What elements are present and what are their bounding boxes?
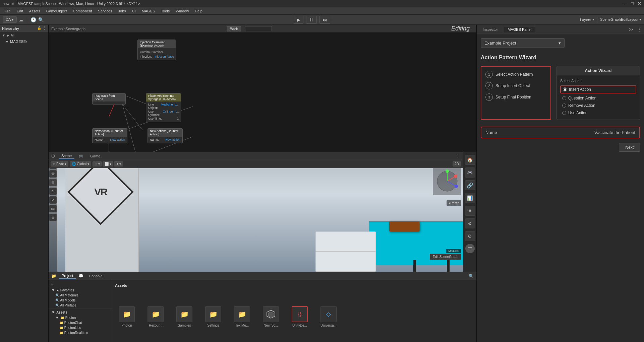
inspector-more-icon[interactable]: ⋮ [637, 27, 641, 32]
layers-label: Layers [580, 18, 591, 22]
scene-graph-layout-label[interactable]: SceneGraphEditLayout ▾ [600, 17, 641, 22]
tool-transform-icon[interactable]: ⧈ [49, 214, 57, 221]
global-btn[interactable]: 🌐 Global ▾ [70, 161, 91, 166]
asset-universa[interactable]: ◇ Universa... [317, 306, 340, 339]
menu-tools[interactable]: Tools [159, 8, 173, 14]
vr-icon[interactable]: 🎮 [465, 167, 475, 178]
play-button[interactable]: ▶ [294, 16, 303, 24]
pivot-btn[interactable]: ⊕ Pivot ▾ [51, 161, 68, 166]
hierarchy-more-icon[interactable]: ⋮ [43, 26, 46, 30]
menu-component[interactable]: Component [70, 8, 95, 14]
project-dropdown[interactable]: Example Project ▾ [481, 38, 565, 48]
menu-file[interactable]: File [2, 8, 13, 14]
tree-photon-libs[interactable]: 📁 PhotonLibs [49, 325, 112, 330]
maximize-btn[interactable]: □ [631, 1, 634, 6]
search-input[interactable] [245, 26, 272, 31]
step-button[interactable]: ⏭ [319, 16, 330, 24]
asset-photon[interactable]: 📁 Photon [115, 306, 138, 339]
tab-inspector[interactable]: Inspector [479, 26, 501, 32]
chart-icon[interactable]: 📊 [465, 193, 475, 203]
tab-console[interactable]: Console [86, 273, 105, 279]
all-label: All [11, 33, 14, 37]
node-4[interactable]: New Action: (Counter Action) Name:New ac… [148, 128, 183, 143]
edit-scenegraph-btn[interactable]: Edit SceneGraph [430, 254, 461, 260]
menu-assets[interactable]: Assets [26, 8, 43, 14]
search-assets-icon[interactable]: 🔍 [469, 274, 474, 278]
user-avatar[interactable]: TT [465, 244, 475, 253]
menu-window[interactable]: Window [173, 8, 191, 14]
window-controls[interactable]: — □ ✕ [623, 1, 641, 6]
tree-favorites[interactable]: ▼★ Favorites [49, 287, 112, 293]
close-btn[interactable]: ✕ [638, 1, 641, 6]
back-button[interactable]: Back [227, 26, 241, 31]
da-dropdown[interactable]: DA ▾ [3, 16, 17, 23]
2d-btn[interactable]: 2D [453, 161, 461, 166]
tree-all-models[interactable]: 🔍 All Models [49, 298, 112, 303]
tree-photon-chat[interactable]: 📁 PhotonChat [49, 320, 112, 325]
node-1[interactable]: Injection Examiner (Examiner Action) Gam… [137, 40, 176, 60]
menu-jobs[interactable]: Jobs [116, 8, 129, 14]
menu-mages[interactable]: MAGES [139, 8, 158, 14]
tool-select-icon[interactable]: ⊕ [49, 179, 57, 186]
history-icon[interactable]: 🕐 [31, 17, 36, 22]
add-asset-btn[interactable]: + [51, 282, 53, 287]
radio-question-action[interactable]: Question Action [560, 95, 636, 101]
viewport-gizmo[interactable]: x y z [435, 169, 459, 193]
radio-remove-action[interactable]: Remove Action [560, 102, 636, 109]
asset-new-scene[interactable]: New Sc... [259, 306, 283, 339]
tab-project[interactable]: Project [59, 273, 76, 279]
asset-unity-de[interactable]: {} UnityDe... [288, 306, 311, 339]
step-2[interactable]: 2 Setup Insert Object [485, 82, 546, 89]
menu-gameobject[interactable]: GameObject [44, 8, 70, 14]
viewport-3d[interactable]: VR [49, 160, 463, 272]
globe-icon: 🌐 [72, 162, 76, 166]
minimize-btn[interactable]: — [623, 1, 627, 6]
gear-2-icon[interactable]: ⚙ [465, 231, 475, 241]
cloud-icon[interactable]: ☁ [19, 17, 23, 22]
viewport-options-icon[interactable]: ⋮ [456, 153, 460, 159]
next-button[interactable]: Next [619, 143, 640, 152]
radio-insert-action[interactable]: Insert Action [560, 85, 636, 93]
tool-move-icon[interactable]: ✥ [49, 170, 57, 178]
pause-button[interactable]: ⏸ [306, 16, 317, 24]
tool-rect-icon[interactable]: ▭ [49, 205, 57, 212]
node-2[interactable]: Play Back from Scene [92, 93, 126, 105]
hierarchy-lock-icon[interactable]: 🔒 [37, 26, 41, 30]
center-area: ExampleScenegraph Back Editing [49, 25, 476, 342]
menu-help[interactable]: Help [192, 8, 205, 14]
asset-resources[interactable]: 📁 Resour... [144, 306, 167, 339]
tab-mages-panel[interactable]: MAGES Panel [504, 26, 535, 32]
render-btn[interactable]: ⬜ ▾ [103, 161, 113, 166]
radio-use-action[interactable]: Use Action [560, 110, 636, 116]
tree-photon[interactable]: ▼📁 Photon [49, 315, 112, 320]
tab-game[interactable]: Game [87, 153, 103, 159]
tab-scene[interactable]: Scene [59, 153, 74, 159]
graph-icon[interactable]: 🔗 [465, 180, 475, 190]
asset-settings[interactable]: 📁 Settings [201, 306, 225, 339]
scene-graph-tab-label: ExampleScenegraph [51, 27, 223, 31]
asset-textme[interactable]: 📁 TextMe... [230, 306, 254, 339]
menu-edit[interactable]: Edit [14, 8, 26, 14]
node-5[interactable]: New Action: (Counter Action) Name:New ac… [92, 128, 127, 143]
hier-item-mages[interactable]: ★ MAGESE› [0, 39, 48, 44]
node-3[interactable]: Place Medicine into Syringe (Use Action)… [146, 93, 181, 122]
search-icon[interactable]: 🔍 [38, 17, 44, 22]
tree-all-prefabs[interactable]: 🔍 All Prefabs [49, 303, 112, 308]
step-1[interactable]: 1 Select Action Pattern [485, 71, 546, 78]
tree-assets-root[interactable]: ▼Assets [49, 310, 112, 315]
tree-photon-realtime[interactable]: 📁 PhotonRealtime [49, 330, 112, 335]
step-3[interactable]: 3 Setup Final Position [485, 93, 546, 101]
gear-1-icon[interactable]: ⚙ [465, 218, 475, 228]
use-action-label: Use Action [568, 111, 587, 115]
fx-btn[interactable]: ✦ ▾ [114, 161, 123, 166]
menu-services[interactable]: Services [95, 8, 115, 14]
eye-settings-icon[interactable]: 👁 [465, 206, 475, 216]
inspector-expand-icon[interactable]: ≫ [629, 27, 633, 32]
tree-all-materials[interactable]: 🔍 All Materials [49, 293, 112, 298]
grid-btn[interactable]: ⊞ ▾ [93, 161, 102, 166]
home-icon[interactable]: 🏠 [465, 155, 475, 165]
asset-samples[interactable]: 📁 Samples [173, 306, 196, 339]
tool-rotate-icon[interactable]: ↻ [49, 188, 57, 195]
tool-scale-icon[interactable]: ⤢ [49, 196, 57, 204]
menu-ci[interactable]: CI [129, 8, 138, 14]
